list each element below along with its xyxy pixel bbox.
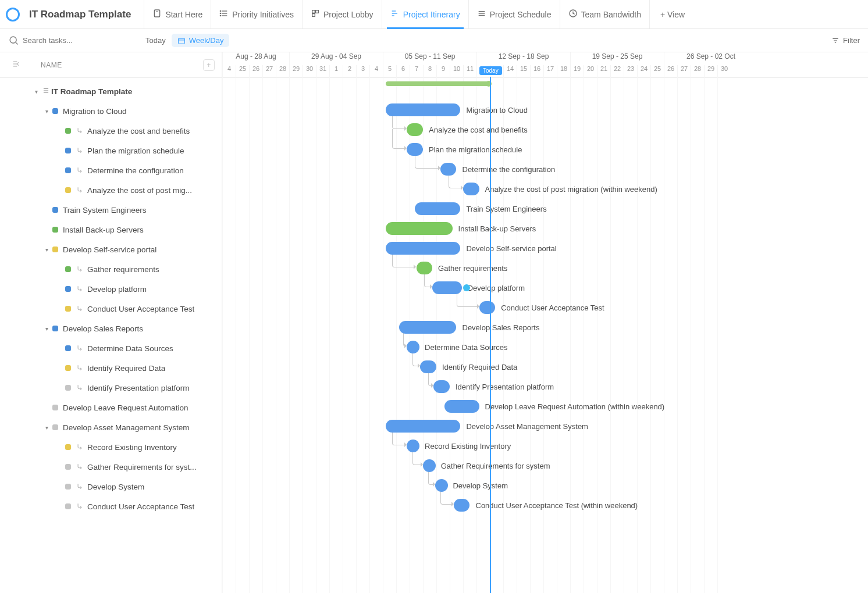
list-item[interactable]: Determine Data Sources [0,338,222,358]
gantt-bar[interactable] [386,222,453,235]
list-item[interactable]: Determine the configuration [0,160,222,180]
today-button[interactable]: Today [145,36,166,45]
list-item[interactable]: Gather requirements [0,259,222,279]
gantt-row: Analyze the cost of post migration (with… [222,179,868,199]
view-tab[interactable]: Start Here [144,0,211,28]
caret-icon[interactable]: ▾ [45,108,52,115]
svg-rect-8 [312,10,315,13]
list-group[interactable]: ▾Migration to Cloud [0,101,222,121]
column-name: NAME [24,61,203,69]
list-item[interactable]: Develop Leave Request Automation [0,398,222,417]
filter-button[interactable]: Filter [831,36,860,45]
task-label: Migration to Cloud [63,107,127,116]
day-header: 21 [597,65,610,78]
caret-icon[interactable]: ▾ [35,88,42,95]
gantt-bar[interactable] [386,420,461,433]
task-label: Develop Asset Management System [63,423,190,432]
status-dot [52,108,58,114]
gantt-bar-label: Develop platform [468,281,525,294]
tab-icon [390,9,400,20]
gantt-bar[interactable] [407,143,423,156]
day-header: 27 [262,65,276,78]
tab-icon [152,9,162,20]
gantt-bar[interactable] [454,499,470,512]
search-box[interactable] [8,35,124,46]
list-root[interactable]: ▾IT Roadmap Template [0,81,222,101]
view-tab[interactable]: Priority Initiatives [211,0,302,28]
collapse-panel-icon[interactable] [12,59,24,70]
view-tab[interactable]: Project Schedule [468,0,560,28]
day-header: 28 [691,65,704,78]
list-group[interactable]: ▾Develop Self-service portal [0,240,222,259]
gantt-bar[interactable] [444,400,479,413]
gantt-row: Develop System [222,476,868,495]
gantt-row: Analyze the cost and benefits [222,120,868,140]
gantt-bar[interactable] [420,360,436,373]
list-item[interactable]: Train System Engineers [0,200,222,220]
gantt-bar[interactable] [479,301,496,314]
gantt-bar[interactable] [407,123,423,136]
subtask-icon [76,166,84,174]
list-item[interactable]: Record Existing Inventory [0,437,222,457]
day-header: 23 [624,65,637,78]
week-header: 05 Sep - 11 Sep [383,52,476,65]
status-dot [65,266,71,272]
gantt-bar-label: Install Back-up Servers [458,222,536,235]
list-item[interactable]: Develop platform [0,279,222,299]
caret-icon[interactable]: ▾ [45,424,52,431]
gantt-bar[interactable] [386,242,461,255]
gantt-bar[interactable] [440,163,457,176]
view-tab[interactable]: Project Itinerary [382,0,468,28]
gantt-bar[interactable] [399,321,457,334]
gantt-row: Conduct User Acceptance Test [222,298,868,317]
svg-rect-9 [316,10,319,13]
list-item[interactable]: Conduct User Acceptance Test [0,496,222,516]
caret-icon[interactable]: ▾ [45,326,52,332]
view-tab[interactable]: Team Bandwidth [560,0,650,28]
summary-bar[interactable] [386,81,490,86]
day-header: 5 [383,65,396,78]
gantt-row: Plan the migration schedule [222,140,868,159]
gantt-body[interactable]: Migration to CloudAnalyze the cost and b… [222,78,868,593]
gantt-bar[interactable] [386,103,461,116]
list-item[interactable]: Conduct User Acceptance Test [0,299,222,319]
list-item[interactable]: Identify Required Data [0,358,222,378]
svg-point-5 [220,10,221,11]
gantt-bar[interactable] [433,380,450,393]
filter-icon [831,37,839,45]
tab-icon [219,9,229,20]
list-item[interactable]: Gather Requirements for syst... [0,457,222,477]
gantt-bar-label: Develop System [453,479,508,492]
list-item[interactable]: Analyze the cost of post mig... [0,180,222,200]
task-list: ▾IT Roadmap Template▾Migration to CloudA… [0,78,222,540]
day-header: 12 [476,65,490,78]
list-item[interactable]: Develop System [0,477,222,496]
add-view-button[interactable]: + View [649,0,695,28]
list-item[interactable]: Analyze the cost and benefits [0,121,222,141]
zoom-weekday-button[interactable]: Week/Day [172,34,230,47]
gantt-bar[interactable] [417,262,433,274]
week-header: Aug - 28 Aug [222,52,289,65]
gantt-bar[interactable] [463,183,479,195]
milestone-dot[interactable] [463,284,470,291]
list-group[interactable]: ▾Develop Asset Management System [0,417,222,437]
list-item[interactable]: Identify Presentation platform [0,378,222,398]
view-tab[interactable]: Project Lobby [302,0,382,28]
gantt-bar[interactable] [432,281,462,294]
list-group[interactable]: ▾Develop Sales Reports [0,319,222,338]
status-dot [52,326,58,331]
add-task-button[interactable]: + [203,59,215,71]
task-label: Gather requirements [87,265,159,274]
gantt-row: Install Back-up Servers [222,219,868,238]
chevron-down-icon[interactable] [124,37,124,44]
gantt-bar[interactable] [423,459,436,472]
gantt-row: Identify Required Data [222,357,868,377]
list-item[interactable]: Plan the migration schedule [0,141,222,160]
caret-icon[interactable]: ▾ [45,247,52,253]
gantt-bar[interactable] [415,202,460,215]
search-input[interactable] [23,36,120,45]
list-item[interactable]: Install Back-up Servers [0,220,222,240]
gantt-header: Aug - 28 Aug29 Aug - 04 Sep05 Sep - 11 S… [222,52,868,78]
gantt-bar[interactable] [435,479,448,492]
subtask-icon [76,384,84,392]
